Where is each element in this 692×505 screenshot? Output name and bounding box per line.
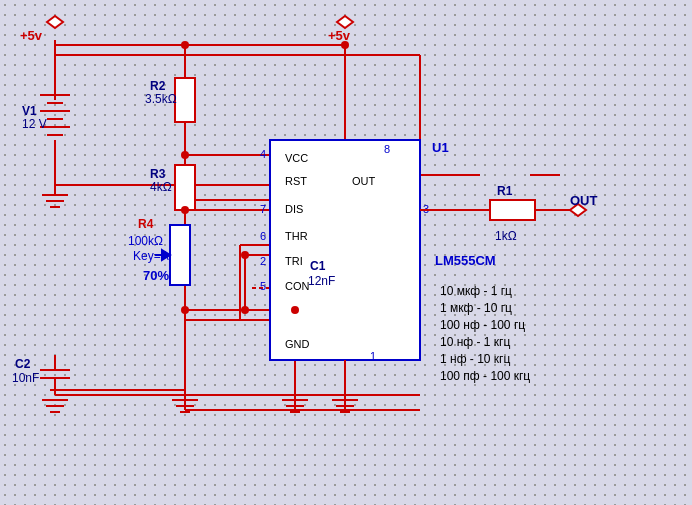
r4-pct: 70% [143,268,169,283]
ic-rst-pin: RST [285,175,307,187]
vcc-label-right: +5v [328,28,351,43]
c1-label: C1 [310,259,326,273]
freq-row-5: 1 нф - 10 кгц [440,352,510,366]
svg-rect-83 [270,140,420,360]
svg-point-106 [181,306,189,314]
ic-gnd-pin: GND [285,338,310,350]
r1-value: 1kΩ [495,229,517,243]
ic-vcc-pin: VCC [285,152,308,164]
pin7-num: 7 [260,203,266,215]
circuit-diagram: +5v +5v V1 12 V R2 3.5kΩ R3 4kΩ R4 100kΩ… [0,0,692,505]
pin8-num: 8 [384,143,390,155]
freq-row-3: 100 нф - 100 гц [440,318,525,332]
freq-row-6: 100 пф - 100 кгц [440,369,530,383]
ic-thr-pin: THR [285,230,308,242]
svg-marker-101 [337,16,353,28]
svg-point-104 [181,151,189,159]
v1-value: 12 V [22,117,47,131]
svg-point-105 [181,206,189,214]
svg-rect-69 [175,78,195,122]
pin4-num: 4 [260,148,266,160]
u1-label: U1 [432,140,449,155]
r4-key: Key=A [133,249,169,263]
svg-rect-71 [170,225,190,285]
r4-label: R4 [138,217,154,231]
pin2-num: 2 [260,255,266,267]
c2-value: 10nF [12,371,39,385]
c1-value: 12nF [308,274,335,288]
svg-rect-70 [175,165,195,210]
r4-value: 100kΩ [128,234,163,248]
ic-dis-pin: DIS [285,203,303,215]
c2-label: C2 [15,357,31,371]
svg-point-102 [181,41,189,49]
pin6-num: 6 [260,230,266,242]
out-label: OUT [570,193,598,208]
r3-value: 4kΩ [150,180,172,194]
ic-con-pin: CON [285,280,310,292]
svg-point-107 [241,306,249,314]
freq-row-1: 10 мкф - 1 гц [440,284,512,298]
vcc-label-left: +5v [20,28,43,43]
r2-label: R2 [150,79,166,93]
freq-row-2: 1 мкф - 10 гц [440,301,512,315]
svg-point-108 [291,306,299,314]
pin5-num: 5 [260,280,266,292]
pin1-num: 1 [370,350,376,362]
ic-out-pin: OUT [352,175,376,187]
ic-tri-pin: TRI [285,255,303,267]
ic-name: LM555CM [435,253,496,268]
svg-point-109 [241,251,249,259]
svg-marker-100 [47,16,63,28]
freq-row-4: 10 нф - 1 кгц [440,335,510,349]
r3-label: R3 [150,167,166,181]
v1-label: V1 [22,104,37,118]
svg-rect-82 [490,200,535,220]
r2-value: 3.5kΩ [145,92,177,106]
r1-label: R1 [497,184,513,198]
